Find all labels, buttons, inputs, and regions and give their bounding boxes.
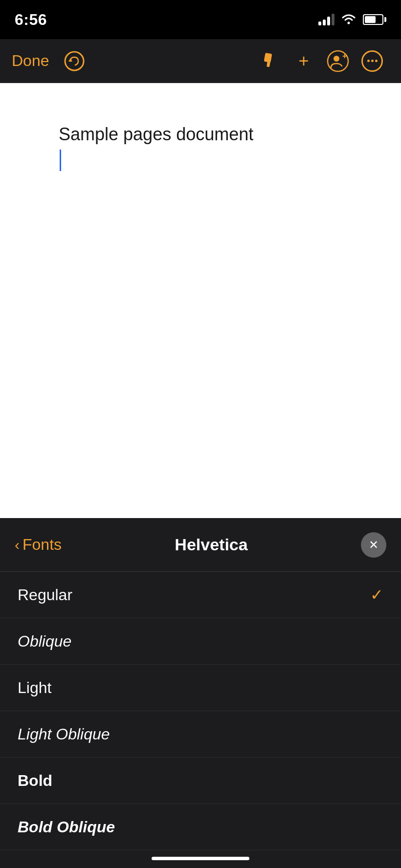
status-icons bbox=[318, 14, 386, 25]
font-style-item-light-oblique[interactable]: Light Oblique bbox=[0, 711, 401, 758]
svg-text:+: + bbox=[342, 52, 347, 60]
format-brush-button[interactable] bbox=[252, 44, 287, 78]
svg-point-1 bbox=[65, 52, 84, 70]
add-button[interactable]: + bbox=[287, 44, 321, 78]
wifi-icon bbox=[341, 14, 356, 25]
font-style-item-oblique[interactable]: Oblique bbox=[0, 618, 401, 665]
font-style-item-regular[interactable]: Regular ✓ bbox=[0, 572, 401, 618]
status-bar: 6:56 bbox=[0, 0, 401, 39]
font-style-list: Regular ✓ Oblique Light Light Oblique Bo… bbox=[0, 572, 401, 850]
document-area[interactable]: Sample pages document bbox=[0, 83, 401, 518]
more-button[interactable] bbox=[355, 44, 389, 78]
svg-point-6 bbox=[334, 56, 339, 62]
signal-icon bbox=[318, 14, 334, 25]
document-content: Sample pages document bbox=[59, 122, 342, 172]
battery-icon bbox=[363, 14, 386, 25]
document-text: Sample pages document bbox=[59, 124, 253, 144]
undo-button[interactable] bbox=[57, 44, 91, 78]
home-indicator bbox=[152, 857, 249, 860]
text-cursor bbox=[60, 150, 61, 171]
share-button[interactable]: + bbox=[321, 44, 355, 78]
more-icon bbox=[361, 50, 383, 72]
font-style-label-regular: Regular bbox=[18, 586, 72, 604]
font-picker-panel: ‹ Fonts Helvetica ✕ Regular ✓ Oblique Li… bbox=[0, 518, 401, 868]
font-style-label-bold-oblique: Bold Oblique bbox=[18, 818, 115, 836]
add-user-icon: + bbox=[327, 50, 349, 72]
undo-icon bbox=[64, 50, 85, 72]
svg-point-0 bbox=[348, 22, 350, 24]
font-style-label-oblique: Oblique bbox=[18, 632, 71, 651]
font-style-item-light[interactable]: Light bbox=[0, 665, 401, 711]
plus-icon: + bbox=[298, 52, 309, 70]
done-button[interactable]: Done bbox=[12, 52, 49, 70]
font-style-label-light-oblique: Light Oblique bbox=[18, 725, 110, 743]
close-icon: ✕ bbox=[369, 538, 379, 552]
paintbrush-icon bbox=[260, 51, 279, 71]
panel-title: Helvetica bbox=[62, 535, 361, 554]
font-style-item-bold[interactable]: Bold bbox=[0, 758, 401, 804]
toolbar: Done + + bbox=[0, 39, 401, 83]
selected-checkmark: ✓ bbox=[370, 586, 383, 604]
font-style-label-light: Light bbox=[18, 679, 51, 697]
back-to-fonts-button[interactable]: ‹ Fonts bbox=[15, 536, 62, 554]
status-time: 6:56 bbox=[15, 11, 47, 29]
chevron-left-icon: ‹ bbox=[15, 537, 20, 553]
font-style-label-bold: Bold bbox=[18, 772, 52, 790]
font-style-item-bold-oblique[interactable]: Bold Oblique bbox=[0, 804, 401, 850]
panel-header: ‹ Fonts Helvetica ✕ bbox=[0, 518, 401, 572]
close-panel-button[interactable]: ✕ bbox=[361, 532, 386, 558]
back-label: Fonts bbox=[22, 536, 62, 554]
